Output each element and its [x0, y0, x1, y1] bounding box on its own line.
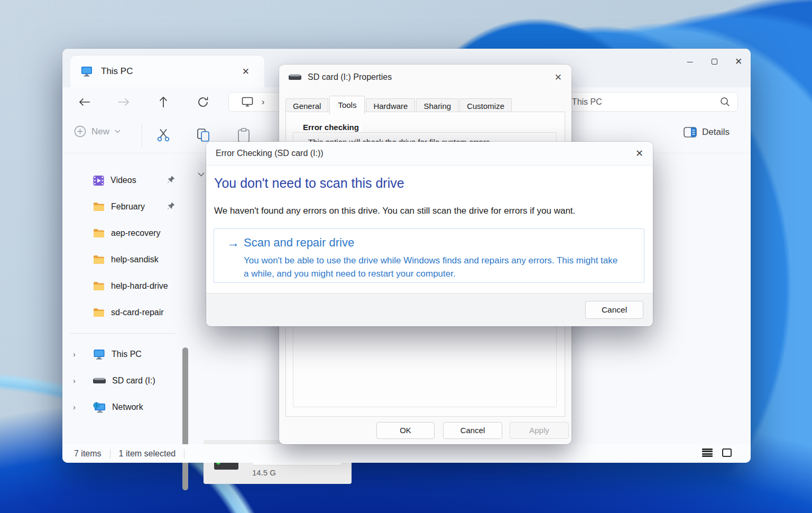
details-button[interactable]: Details [684, 127, 730, 138]
error-dialog-title-bar: Error Checking (SD card (I:)) ✕ [206, 142, 653, 166]
paste-icon[interactable] [237, 128, 251, 143]
chevron-down-icon [115, 130, 121, 133]
screen: This PC ✕ ─ ✕ [0, 0, 812, 513]
properties-title-bar: SD card (I:) Properties ✕ [279, 65, 571, 90]
toolbar-divider [142, 123, 142, 147]
folder-icon [93, 255, 105, 264]
details-button-label: Details [702, 127, 730, 138]
details-panel-icon [684, 127, 697, 138]
scan-and-repair-description: You won't be able to use the drive while… [244, 254, 624, 280]
folder-icon [93, 228, 105, 238]
sidebar-item-network[interactable]: › Network [62, 394, 182, 420]
search-icon[interactable] [720, 97, 730, 107]
up-icon[interactable] [156, 95, 171, 109]
sidebar-item-label: Videos [110, 176, 136, 185]
error-dialog-body-text: We haven't found any errors on this driv… [214, 206, 575, 216]
scan-and-repair-label[interactable]: Scan and repair drive [244, 236, 354, 250]
item-count: 7 items [74, 449, 102, 459]
navigation-pane: Videos February [62, 153, 182, 444]
cancel-button[interactable]: Cancel [443, 422, 502, 439]
sidebar-item-february[interactable]: February [62, 194, 182, 220]
chevron-right-icon[interactable]: › [73, 402, 76, 411]
back-icon[interactable] [77, 95, 92, 109]
arrow-right-icon: → [227, 235, 239, 250]
explorer-tab-this-pc[interactable]: This PC ✕ [70, 56, 264, 87]
this-pc-icon [93, 349, 105, 360]
error-dialog-heading: You don't need to scan this drive [214, 176, 404, 191]
chevron-right-icon[interactable]: › [73, 376, 76, 385]
tab-title: This PC [101, 66, 242, 77]
folder-icon [93, 202, 105, 212]
sidebar-item-help-sandisk[interactable]: help-sandisk [62, 246, 182, 273]
sidebar-item-videos[interactable]: Videos [62, 167, 182, 194]
forward-icon[interactable] [116, 95, 131, 109]
sidebar-scrollbar[interactable] [182, 347, 188, 490]
scan-and-repair-option[interactable]: → Scan and repair drive You won't be abl… [214, 228, 644, 283]
details-view-icon[interactable] [702, 448, 713, 457]
pin-icon [167, 176, 175, 184]
sidebar-item-label: aep-recovery [111, 228, 160, 238]
sidebar-item-label: SD card (I:) [112, 376, 155, 386]
status-divider [184, 449, 184, 459]
new-button[interactable]: New [74, 125, 121, 138]
error-dialog-cancel-button[interactable]: Cancel [585, 301, 643, 319]
cut-icon[interactable] [156, 128, 170, 142]
sidebar-item-sd-card-repair[interactable]: sd-card-repair [62, 299, 182, 326]
sidebar-item-label: help-sandisk [111, 255, 159, 264]
sidebar-item-label: sd-card-repair [111, 308, 164, 317]
pin-icon [167, 202, 175, 210]
sidebar-item-this-pc[interactable]: › This PC [62, 341, 182, 368]
properties-tabs: General Tools Hardware Sharing Customize [285, 95, 513, 114]
status-bar: 7 items 1 item selected [62, 444, 751, 463]
properties-dialog-title: SD card (I:) Properties [308, 72, 548, 82]
sidebar-item-label: This PC [112, 350, 142, 359]
selected-count: 1 item selected [119, 449, 176, 459]
this-pc-icon [81, 66, 93, 77]
properties-button-row: OK Cancel Apply [279, 422, 571, 439]
drive-icon [289, 74, 301, 80]
folder-icon [93, 281, 105, 291]
new-button-label: New [91, 126, 109, 137]
sidebar-item-sd-card[interactable]: › SD card (I:) [62, 368, 182, 394]
sidebar-item-aep-recovery[interactable]: aep-recovery [62, 220, 182, 246]
chevron-right-icon[interactable]: › [73, 350, 76, 359]
network-icon [93, 402, 106, 413]
drive-size-text: 14.5 G [252, 468, 276, 477]
sidebar-item-label: Network [112, 402, 143, 412]
error-dialog-title: Error Checking (SD card (I:)) [216, 149, 635, 158]
plus-circle-icon [74, 125, 86, 138]
tab-tools[interactable]: Tools [329, 96, 365, 114]
tab-close-icon[interactable]: ✕ [242, 66, 250, 77]
breadcrumb-chevron-icon[interactable]: › [262, 97, 264, 107]
ok-button[interactable]: OK [376, 422, 435, 439]
large-icons-view-icon[interactable] [722, 448, 732, 457]
group-collapse-chevron-icon[interactable] [198, 172, 205, 177]
drive-icon [93, 378, 106, 384]
refresh-icon[interactable] [196, 95, 210, 109]
sidebar-item-label: help-hard-drive [111, 281, 168, 291]
sidebar-item-label: February [111, 202, 145, 212]
status-divider [110, 449, 110, 459]
copy-icon[interactable] [197, 128, 210, 142]
sidebar-separator [70, 333, 175, 334]
error-checking-dialog: Error Checking (SD card (I:)) ✕ You don'… [206, 142, 653, 326]
maximize-button[interactable] [702, 57, 726, 66]
videos-icon [93, 175, 104, 186]
window-controls: ─ ✕ [678, 49, 751, 74]
this-pc-breadcrumb-icon [242, 97, 253, 107]
close-icon[interactable]: ✕ [635, 148, 643, 159]
close-icon[interactable]: ✕ [555, 72, 562, 83]
minimize-button[interactable]: ─ [678, 57, 702, 66]
folder-icon [93, 308, 105, 317]
apply-button: Apply [510, 422, 569, 439]
error-dialog-footer: Cancel [206, 293, 653, 326]
close-button[interactable]: ✕ [726, 56, 751, 67]
error-checking-group-label: Error checking [300, 123, 362, 132]
sidebar-item-help-hard-drive[interactable]: help-hard-drive [62, 273, 182, 299]
